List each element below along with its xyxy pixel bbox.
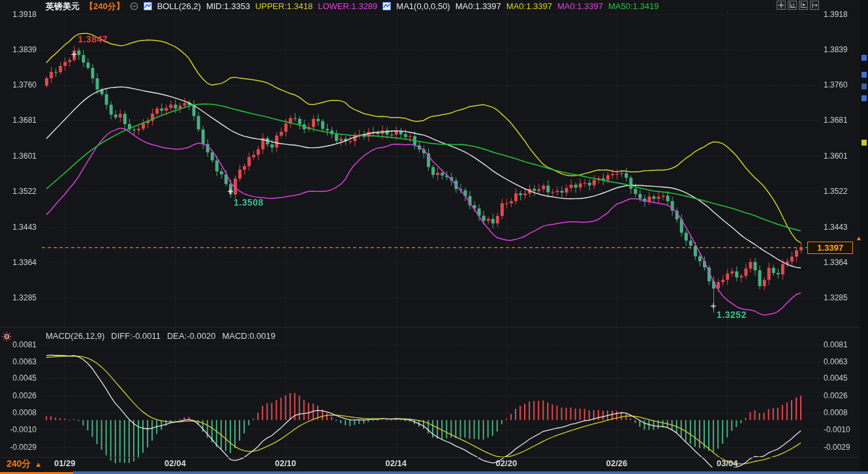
date-label: 03/04 <box>717 459 738 468</box>
timeframe-tab-label: 240分 <box>7 458 31 470</box>
chart-toolbar <box>777 1 819 10</box>
boll-indicator-icon[interactable] <box>144 2 152 10</box>
date-label: 02/14 <box>385 459 407 468</box>
swing-low-label-2: 1.3252 <box>717 309 747 320</box>
boll-label: BOLL(26,2) <box>157 1 201 11</box>
side-panel-glyph-fragment <box>861 140 867 146</box>
indicator-settings-sun-icon[interactable] <box>2 332 12 344</box>
symbol-name: 英镑美元 <box>46 1 80 12</box>
date-label: 02/04 <box>164 459 186 468</box>
timeframe-tab-240min[interactable]: 240分 ▲ <box>7 458 42 470</box>
left-axis-scale-icon[interactable] <box>788 1 797 10</box>
ma-params-label: MA1(0,0,0,50) <box>396 1 450 11</box>
date-label: 01/29 <box>54 459 76 468</box>
ma0-value-yellow: MA0:1.3397 <box>506 1 552 11</box>
side-panel-glyph-fragment <box>861 95 867 101</box>
swing-high-label: 1.3847 <box>78 34 108 44</box>
macd-diff-value: DIFF:-0.0011 <box>111 331 161 341</box>
macd-params-label: MACD(26,12,9) <box>46 331 104 341</box>
date-axis: 01/2902/0402/1002/1402/2002/2603/04 <box>0 0 868 474</box>
timeframe-up-arrow-icon: ▲ <box>35 460 42 468</box>
trading-chart-window: 英镑美元 【240分】 BOLL(26,2) MID:1.3353 UPPER:… <box>0 0 868 474</box>
date-label: 02/26 <box>606 459 628 468</box>
ma-indicator-icon[interactable] <box>382 2 391 10</box>
boll-lower-value: LOWER:1.3289 <box>318 1 377 11</box>
boll-upper-value: UPPER:1.3418 <box>255 1 313 11</box>
date-label: 02/20 <box>496 459 518 468</box>
side-panel-glyph-fragment <box>861 84 867 89</box>
side-panel-glyph-fragment <box>861 55 867 61</box>
collapse-minus-icon[interactable] <box>130 2 138 10</box>
last-price-box: 1.3397 <box>807 242 853 254</box>
period-label: 【240分】 <box>85 1 125 12</box>
boll-mid-value: MID:1.3353 <box>206 1 250 11</box>
last-price-arrow-icon: ▲ <box>856 235 862 242</box>
ma50-value: MA50:1.3419 <box>608 1 659 11</box>
ma0-value-white: MA0:1.3397 <box>456 1 501 11</box>
macd-header: MACD(26,12,9) DIFF:-0.0011 DEA:-0.0020 M… <box>46 330 275 341</box>
crosshair-move-icon[interactable] <box>777 1 786 10</box>
date-label: 02/10 <box>275 459 296 468</box>
side-panel-glyph-fragment <box>861 72 867 78</box>
horizontal-scrollbar[interactable] <box>73 471 868 474</box>
chart-header: 英镑美元 【240分】 BOLL(26,2) MID:1.3353 UPPER:… <box>46 1 659 12</box>
shift-right-icon[interactable] <box>810 1 819 10</box>
play-axis-scale-icon[interactable] <box>799 1 808 10</box>
macd-dea-value: DEA:-0.0020 <box>167 331 215 341</box>
swing-low-label-1: 1.3508 <box>234 197 264 208</box>
macd-macd-value: MACD:0.0019 <box>222 331 275 341</box>
ma0-value-magenta: MA0:1.3397 <box>557 1 603 11</box>
